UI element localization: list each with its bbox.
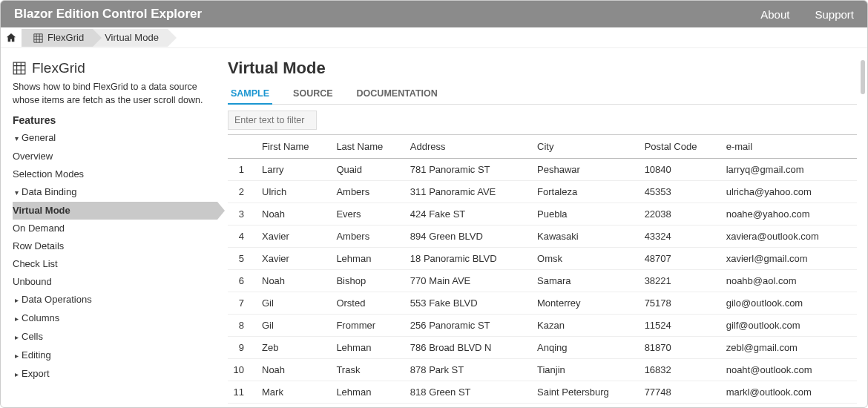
cell-postal[interactable]: 48707 bbox=[640, 248, 722, 270]
tree-columns[interactable]: Columns bbox=[13, 309, 208, 328]
cell-first[interactable]: Xavier bbox=[257, 248, 332, 270]
cell-first[interactable]: Gil bbox=[257, 292, 332, 315]
col-last-name[interactable]: Last Name bbox=[332, 135, 405, 159]
cell-email[interactable]: noahe@yahoo.com bbox=[722, 203, 857, 226]
cell-idx[interactable]: 4 bbox=[228, 226, 257, 248]
cell-last[interactable]: Orsted bbox=[332, 292, 405, 315]
table-row[interactable]: 5XavierLehman18 Panoramic BLVDOmsk48707x… bbox=[228, 248, 857, 270]
cell-postal[interactable]: 38221 bbox=[640, 270, 722, 292]
cell-first[interactable]: Zeb bbox=[257, 337, 332, 359]
cell-email[interactable]: xavierl@gmail.com bbox=[722, 248, 857, 270]
cell-last[interactable]: Evers bbox=[332, 203, 405, 226]
tree-editing[interactable]: Editing bbox=[13, 346, 208, 365]
cell-last[interactable]: Quaid bbox=[332, 159, 405, 181]
cell-addr[interactable]: 18 Panoramic BLVD bbox=[406, 248, 533, 270]
cell-addr[interactable]: 878 Park ST bbox=[406, 359, 533, 381]
cell-first[interactable]: Ulrich bbox=[257, 181, 332, 203]
cell-email[interactable]: larryq@gmail.com bbox=[722, 159, 857, 181]
cell-first[interactable]: Noah bbox=[257, 359, 332, 381]
cell-first[interactable]: Larry bbox=[257, 159, 332, 181]
cell-last[interactable]: Ambers bbox=[332, 226, 405, 248]
col-email[interactable]: e-mail bbox=[722, 135, 857, 159]
table-row[interactable]: 9ZebLehman786 Broad BLVD NAnqing81870zeb… bbox=[228, 337, 857, 359]
cell-idx[interactable]: 6 bbox=[228, 270, 257, 292]
breadcrumb-flexgrid[interactable]: FlexGrid bbox=[22, 29, 93, 47]
cell-addr[interactable]: 256 Panoramic ST bbox=[406, 315, 533, 337]
cell-first[interactable]: Gil bbox=[257, 315, 332, 337]
cell-postal[interactable]: 77748 bbox=[640, 381, 722, 404]
cell-addr[interactable]: 311 Panoramic AVE bbox=[406, 181, 533, 203]
about-link[interactable]: About bbox=[760, 8, 789, 21]
cell-city[interactable]: Omsk bbox=[533, 248, 640, 270]
tab-documentation[interactable]: DOCUMENTATION bbox=[354, 84, 441, 104]
cell-idx[interactable]: 11 bbox=[228, 381, 257, 404]
tree-data-binding[interactable]: Data Binding bbox=[13, 183, 208, 202]
table-row[interactable]: 1LarryQuaid781 Panoramic STPeshawar10840… bbox=[228, 159, 857, 181]
cell-email[interactable]: noaht@outlook.com bbox=[722, 359, 857, 381]
cell-city[interactable]: Kazan bbox=[533, 315, 640, 337]
cell-addr[interactable]: 786 Broad BLVD N bbox=[406, 337, 533, 359]
cell-idx[interactable]: 10 bbox=[228, 359, 257, 381]
tree-row-details[interactable]: Row Details bbox=[13, 237, 208, 255]
cell-idx[interactable]: 7 bbox=[228, 292, 257, 315]
cell-addr[interactable]: 424 Fake ST bbox=[406, 203, 533, 226]
cell-postal[interactable]: 22038 bbox=[640, 203, 722, 226]
cell-addr[interactable]: 553 Fake BLVD bbox=[406, 292, 533, 315]
cell-city[interactable]: Kawasaki bbox=[533, 226, 640, 248]
cell-first[interactable]: Mark bbox=[257, 381, 332, 404]
cell-first[interactable]: Noah bbox=[257, 203, 332, 226]
cell-postal[interactable]: 11524 bbox=[640, 315, 722, 337]
tree-cells[interactable]: Cells bbox=[13, 328, 208, 346]
cell-idx[interactable]: 5 bbox=[228, 248, 257, 270]
tree-check-list[interactable]: Check List bbox=[13, 255, 208, 273]
cell-last[interactable]: Bishop bbox=[332, 270, 405, 292]
cell-postal[interactable]: 75178 bbox=[640, 292, 722, 315]
filter-input[interactable] bbox=[228, 111, 317, 130]
cell-postal[interactable]: 81870 bbox=[640, 337, 722, 359]
cell-city[interactable]: Tianjin bbox=[533, 359, 640, 381]
cell-last[interactable]: Frommer bbox=[332, 315, 405, 337]
table-row[interactable]: 6NoahBishop770 Main AVESamara38221noahb@… bbox=[228, 270, 857, 292]
cell-last[interactable]: Lehman bbox=[332, 381, 405, 404]
cell-addr[interactable]: 770 Main AVE bbox=[406, 270, 533, 292]
cell-postal[interactable]: 45353 bbox=[640, 181, 722, 203]
cell-city[interactable]: Monterrey bbox=[533, 292, 640, 315]
cell-email[interactable]: xaviera@outlook.com bbox=[722, 226, 857, 248]
cell-city[interactable]: Samara bbox=[533, 270, 640, 292]
cell-postal[interactable]: 10840 bbox=[640, 159, 722, 181]
cell-addr[interactable]: 818 Green ST bbox=[406, 381, 533, 404]
col-city[interactable]: City bbox=[533, 135, 640, 159]
cell-postal[interactable]: 43324 bbox=[640, 226, 722, 248]
cell-first[interactable]: Noah bbox=[257, 270, 332, 292]
cell-postal[interactable]: 16832 bbox=[640, 359, 722, 381]
table-row[interactable]: 3NoahEvers424 Fake STPuebla22038noahe@ya… bbox=[228, 203, 857, 226]
cell-addr[interactable]: 894 Green BLVD bbox=[406, 226, 533, 248]
tree-general[interactable]: General bbox=[13, 129, 208, 148]
cell-city[interactable]: Fortaleza bbox=[533, 181, 640, 203]
tree-selection-modes[interactable]: Selection Modes bbox=[13, 165, 208, 183]
table-row[interactable]: 4XavierAmbers894 Green BLVDKawasaki43324… bbox=[228, 226, 857, 248]
tab-sample[interactable]: SAMPLE bbox=[228, 84, 272, 105]
cell-first[interactable]: Xavier bbox=[257, 226, 332, 248]
tree-overview[interactable]: Overview bbox=[13, 148, 208, 165]
col-postal[interactable]: Postal Code bbox=[640, 135, 722, 159]
cell-idx[interactable]: 8 bbox=[228, 315, 257, 337]
grid-scroll[interactable]: First Name Last Name Address City Postal… bbox=[228, 134, 857, 407]
cell-last[interactable]: Lehman bbox=[332, 337, 405, 359]
cell-email[interactable]: noahb@aol.com bbox=[722, 270, 857, 292]
cell-last[interactable]: Ambers bbox=[332, 181, 405, 203]
table-row[interactable]: 2UlrichAmbers311 Panoramic AVEFortaleza4… bbox=[228, 181, 857, 203]
cell-email[interactable]: ulricha@yahoo.com bbox=[722, 181, 857, 203]
breadcrumb-virtual-mode[interactable]: Virtual Mode bbox=[93, 29, 168, 47]
home-icon[interactable] bbox=[1, 33, 22, 43]
col-index[interactable] bbox=[228, 135, 257, 159]
cell-city[interactable]: Peshawar bbox=[533, 159, 640, 181]
cell-city[interactable]: Puebla bbox=[533, 203, 640, 226]
table-row[interactable]: 7GilOrsted553 Fake BLVDMonterrey75178gil… bbox=[228, 292, 857, 315]
tab-source[interactable]: SOURCE bbox=[290, 84, 335, 104]
cell-email[interactable]: gilf@outlook.com bbox=[722, 315, 857, 337]
tree-unbound[interactable]: Unbound bbox=[13, 273, 208, 291]
cell-idx[interactable]: 3 bbox=[228, 203, 257, 226]
col-address[interactable]: Address bbox=[406, 135, 533, 159]
cell-city[interactable]: Saint Petersburg bbox=[533, 381, 640, 404]
